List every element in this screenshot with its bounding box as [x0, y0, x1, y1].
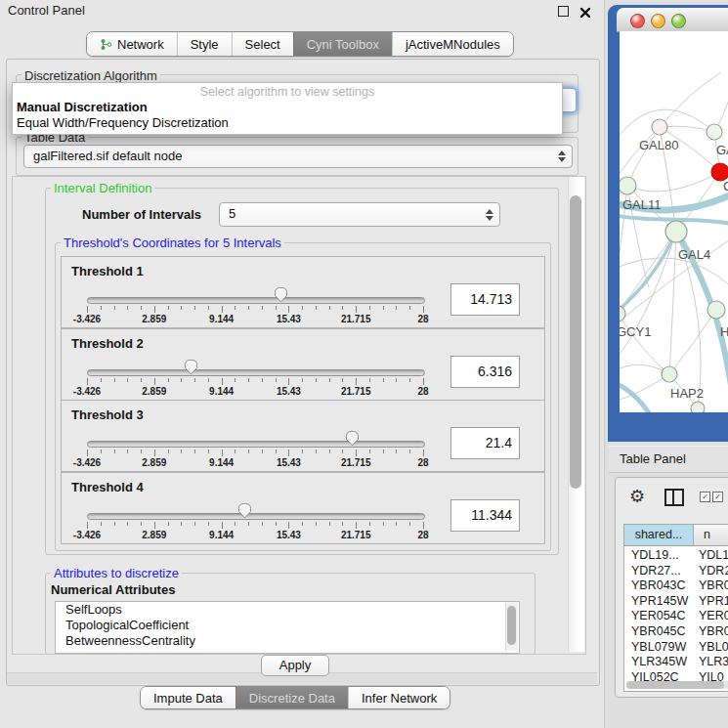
tab-network[interactable]: Network: [87, 32, 177, 56]
column-header-shared-name[interactable]: shared...: [624, 525, 694, 545]
threshold-value-field[interactable]: 21.4: [450, 427, 520, 459]
numerical-attributes-list[interactable]: SelfLoopsTopologicalCoefficientBetweenne…: [55, 601, 520, 654]
control-panel-titlebar: Control Panel: [0, 0, 604, 21]
float-window-icon[interactable]: [558, 6, 569, 17]
attributes-group-title: Attributes to discretize: [51, 566, 182, 580]
algorithm-option[interactable]: Manual Discretization: [17, 100, 148, 114]
close-icon[interactable]: [579, 5, 591, 17]
threshold-slider[interactable]: -3.4262.8599.14415.4321.71528: [87, 500, 423, 541]
slider-handle[interactable]: [184, 359, 198, 375]
combo-arrows-icon: [557, 150, 566, 162]
threshold-panel: Threshold 4 -3.4262.8599.14415.4321.7152…: [61, 472, 545, 544]
algorithm-option[interactable]: Equal Width/Frequency Discretization: [17, 115, 229, 130]
network-edge-highlighted[interactable]: [620, 232, 676, 317]
threshold-panel: Threshold 1 -3.4262.8599.14415.4321.7152…: [61, 256, 545, 328]
tab-cyni-toolbox[interactable]: Cyni Toolbox: [293, 32, 392, 56]
threshold-label: Threshold 3: [71, 407, 144, 422]
top-tab-bar: NetworkStyleSelectCyni ToolboxjActiveMNo…: [86, 31, 514, 57]
slider-tick-labels: -3.4262.8599.14415.4321.71528: [87, 386, 423, 398]
network-edge[interactable]: [669, 232, 676, 374]
checked-box-icon[interactable]: ✓: [700, 492, 710, 502]
bottom-tab-infer-network[interactable]: Infer Network: [348, 687, 450, 708]
network-node[interactable]: [707, 124, 722, 140]
attributes-scrollbar-thumb[interactable]: [507, 606, 516, 645]
network-view-window: GAL80GACGAL11GAL4GCY1HHAP2: [608, 5, 728, 442]
bottom-tab-impute-data[interactable]: Impute Data: [141, 687, 236, 708]
close-traffic-light[interactable]: [630, 14, 645, 28]
bottom-tab-bar: Impute DataDiscretize DataInfer Network: [140, 686, 450, 709]
table-row[interactable]: YBR043CYBR0: [624, 578, 728, 594]
minimize-traffic-light[interactable]: [651, 14, 665, 28]
node-label: GAL80: [639, 138, 678, 152]
network-node[interactable]: [620, 177, 636, 194]
table-data-combo[interactable]: galFiltered.sif default node: [23, 145, 573, 168]
network-edge[interactable]: [660, 72, 721, 127]
thresholds-group-title: Threshold's Coordinates for 5 Intervals: [61, 236, 284, 250]
column-header-name[interactable]: n: [694, 525, 728, 545]
node-label: GA: [716, 143, 728, 157]
network-node[interactable]: [707, 301, 725, 319]
column-layout-icon[interactable]: [664, 489, 684, 506]
slider-track[interactable]: [87, 513, 425, 520]
threshold-slider[interactable]: -3.4262.8599.14415.4321.71528: [87, 428, 423, 469]
slider-track[interactable]: [87, 369, 425, 376]
slider-tick-labels: -3.4262.8599.14415.4321.71528: [87, 530, 423, 541]
table-panel-titlebar: Table Panel: [609, 446, 728, 473]
network-edge[interactable]: [669, 310, 716, 374]
node-label: C: [723, 179, 728, 193]
apply-button[interactable]: Apply: [261, 655, 329, 676]
slider-tick-labels: -3.4262.8599.14415.4321.71528: [87, 457, 423, 469]
settings-gear-icon[interactable]: ⚙: [629, 486, 645, 507]
table-panel-title: Table Panel: [620, 451, 686, 466]
numerical-attributes-label: Numerical Attributes: [51, 582, 175, 597]
attribute-list-item[interactable]: SelfLoops: [56, 602, 519, 618]
vertical-scrollbar-thumb[interactable]: [570, 195, 581, 489]
discretization-algorithm-title: Discretization Algorithm: [21, 68, 160, 83]
threshold-value-field[interactable]: 6.316: [450, 356, 520, 388]
network-edge[interactable]: [627, 172, 720, 192]
table-row[interactable]: YBR045CYBR0: [624, 624, 728, 640]
threshold-slider[interactable]: -3.4262.8599.14415.4321.71528: [87, 357, 423, 398]
table-row[interactable]: YDL19...YDL1: [624, 548, 728, 564]
table-row[interactable]: YBL079WYBL0: [624, 640, 728, 656]
tab-select[interactable]: Select: [232, 32, 293, 56]
network-icon: [100, 38, 112, 51]
horizontal-scrollbar-track[interactable]: [626, 681, 728, 689]
slider-handle[interactable]: [237, 502, 252, 519]
network-node[interactable]: [665, 221, 687, 242]
horizontal-scrollbar-thumb[interactable]: [626, 681, 724, 689]
table-row[interactable]: YER054CYER0: [624, 609, 728, 624]
slider-track[interactable]: [87, 441, 425, 448]
control-panel: Control Panel NetworkStyleSelectCyni Too…: [0, 0, 604, 728]
node-label: GAL11: [622, 197, 662, 212]
network-canvas[interactable]: GAL80GACGAL11GAL4GCY1HHAP2: [620, 31, 728, 412]
number-of-intervals-combo[interactable]: 5: [219, 202, 500, 227]
network-node[interactable]: [620, 306, 625, 321]
attribute-list-item[interactable]: TopologicalCoefficient: [56, 618, 519, 633]
table-row[interactable]: YPR145WYPR1: [624, 594, 728, 610]
tab-style[interactable]: Style: [177, 32, 232, 56]
tab-jactivemnodules[interactable]: jActiveMNodules: [392, 32, 513, 56]
network-node[interactable]: [691, 402, 705, 412]
slider-handle[interactable]: [345, 430, 360, 447]
network-node[interactable]: [662, 366, 677, 382]
panel-title: Control Panel: [8, 3, 85, 18]
node-label: GAL4: [678, 247, 710, 262]
slider-ticks: [87, 522, 423, 530]
slider-handle[interactable]: [274, 286, 288, 303]
threshold-value-field[interactable]: 14.713: [450, 283, 520, 316]
bottom-tab-discretize-data[interactable]: Discretize Data: [236, 687, 348, 708]
slider-track[interactable]: [87, 297, 425, 304]
interval-definition-title: Interval Definition: [51, 181, 154, 195]
table-row[interactable]: YDR27...YDR2: [624, 564, 728, 579]
table-row[interactable]: YLR345WYLR3: [624, 655, 728, 670]
threshold-label: Threshold 1: [71, 264, 144, 278]
attribute-list-item[interactable]: BetweennessCentrality: [56, 633, 519, 649]
table-panel-box: ⚙ ✓ ✓ shared... n YDL19...YDL1YDR27...YD…: [615, 477, 728, 698]
threshold-value-field[interactable]: 11.344: [450, 499, 520, 532]
network-node[interactable]: [652, 119, 667, 135]
zoom-traffic-light[interactable]: [671, 14, 686, 28]
threshold-slider[interactable]: -3.4262.8599.14415.4321.71528: [87, 284, 423, 325]
checked-box-icon[interactable]: ✓: [712, 492, 723, 502]
network-window-titlebar[interactable]: [617, 8, 728, 32]
